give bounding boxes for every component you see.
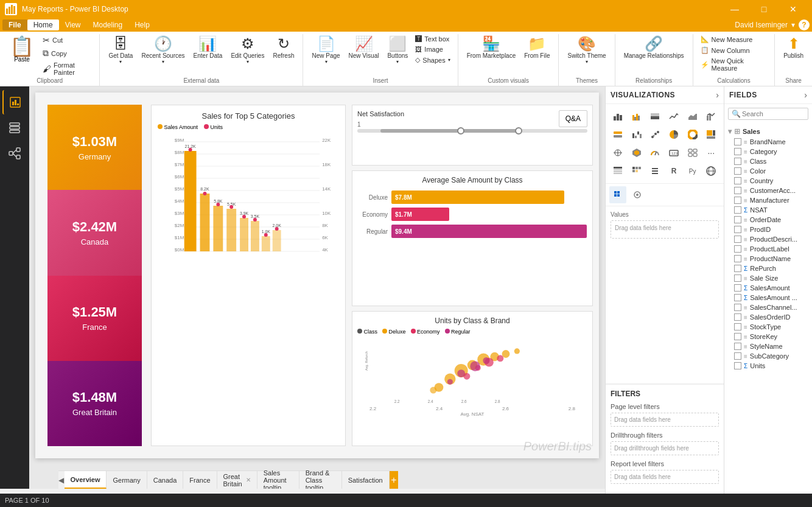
shapes-button[interactable]: ◇ Shapes ▾ — [413, 55, 452, 65]
copy-button[interactable]: ⧉ Copy — [40, 47, 94, 60]
field-item-category[interactable]: ≡Category — [724, 147, 812, 156]
field-item-stylename[interactable]: ≡StyleName — [724, 341, 812, 351]
switch-theme-button[interactable]: 🎨 Switch Theme ▾ — [564, 34, 609, 67]
field-checkbox[interactable] — [734, 245, 741, 253]
viz-ribbon[interactable] — [609, 126, 626, 143]
field-item-productlabel[interactable]: ≡ProductLabel — [724, 244, 812, 254]
help-icon[interactable]: ? — [799, 19, 810, 30]
field-checkbox[interactable] — [734, 362, 741, 369]
user-expand-icon[interactable]: ▾ — [791, 21, 795, 29]
add-tab-button[interactable]: + — [390, 471, 398, 489]
field-item-brandname[interactable]: ≡BrandName — [724, 137, 812, 147]
sidebar-data-icon[interactable] — [2, 116, 27, 140]
viz-card[interactable]: 123 — [665, 144, 682, 161]
field-checkbox[interactable] — [734, 226, 741, 233]
regular-bar[interactable]: $9.4M — [391, 225, 587, 238]
viz-globe[interactable] — [702, 163, 719, 180]
menu-file[interactable]: File — [2, 19, 27, 30]
from-marketplace-button[interactable]: 🏪 From Marketplace — [463, 34, 520, 61]
paste-button[interactable]: 📋 Paste — [5, 34, 39, 65]
viz-fields-tab[interactable] — [609, 186, 626, 203]
field-item-orderdate[interactable]: ≡OrderDate — [724, 215, 812, 225]
tab-satisfaction[interactable]: Satisfaction — [342, 471, 390, 489]
tab-canada[interactable]: Canada — [147, 471, 184, 489]
field-checkbox[interactable] — [734, 352, 741, 360]
field-item-salesorderid[interactable]: ≡SalesOrderID — [724, 312, 812, 322]
sidebar-report-icon[interactable] — [2, 90, 27, 114]
refresh-button[interactable]: ↻ Refresh — [269, 34, 298, 61]
manage-relationships-button[interactable]: 🔗 Manage Relationships — [620, 34, 688, 61]
field-item-class[interactable]: ≡Class — [724, 156, 812, 166]
field-item-salesamount[interactable]: ΣSalesAmount — [724, 283, 812, 293]
germany-card[interactable]: $1.03M Germany — [47, 105, 142, 190]
viz-donut[interactable] — [684, 126, 701, 143]
britain-card[interactable]: $1.48M Great Britain — [47, 361, 142, 446]
tab-overview[interactable]: Overview — [65, 471, 107, 489]
viz-map[interactable] — [609, 144, 626, 161]
tab-sales-amount-tooltip[interactable]: Sales Amount tooltip — [257, 471, 299, 489]
field-item-color[interactable]: ≡Color — [724, 166, 812, 176]
deluxe-bar[interactable]: $7.8M — [391, 191, 564, 204]
tab-germany[interactable]: Germany — [107, 471, 147, 489]
field-checkbox[interactable] — [734, 274, 741, 282]
field-checkbox[interactable] — [734, 284, 741, 292]
maximize-button[interactable]: □ — [750, 0, 778, 18]
field-checkbox[interactable] — [734, 304, 741, 311]
close-button[interactable]: ✕ — [779, 0, 807, 18]
viz-clustered-bar[interactable] — [628, 108, 645, 125]
values-drop-area[interactable]: Drag data fields here — [611, 220, 719, 239]
cut-button[interactable]: ✂ Cut — [40, 34, 94, 46]
sidebar-model-icon[interactable] — [2, 141, 27, 166]
viz-stacked-bar[interactable] — [609, 108, 626, 125]
viz-pie[interactable] — [665, 126, 682, 143]
new-page-button[interactable]: 📄 New Page ▾ — [308, 34, 343, 67]
field-checkbox[interactable] — [734, 236, 741, 243]
viz-area[interactable] — [684, 108, 701, 125]
field-checkbox[interactable] — [734, 206, 741, 214]
new-quick-measure-button[interactable]: ⚡ New Quick Measure — [698, 56, 770, 73]
field-item-salesamount----[interactable]: ΣSalesAmount ... — [724, 293, 812, 302]
field-item-subcategory[interactable]: ≡SubCategory — [724, 351, 812, 361]
tab-france[interactable]: France — [183, 471, 217, 489]
minimize-button[interactable]: — — [721, 0, 749, 18]
viz-waterfall[interactable] — [628, 126, 645, 143]
field-checkbox[interactable] — [734, 255, 741, 262]
publish-button[interactable]: ⬆ Publish — [780, 34, 807, 61]
tab-brand-class-tooltip[interactable]: Brand & Class tooltip — [299, 471, 342, 489]
viz-expand-button[interactable]: › — [716, 90, 719, 100]
menu-help[interactable]: Help — [128, 19, 156, 30]
field-checkbox[interactable] — [734, 177, 741, 184]
viz-r-visual[interactable]: R — [665, 163, 682, 180]
bar-chart-svg[interactable]: $9M $8M $7M $6M $5M $4M $3M $2M $1M $0M … — [158, 133, 339, 254]
field-item-nsat[interactable]: ΣNSAT — [724, 205, 812, 215]
viz-treemap[interactable] — [702, 126, 719, 143]
viz-gauge[interactable] — [646, 144, 663, 161]
field-item-manufacturer[interactable]: ≡Manufacturer — [724, 195, 812, 205]
sales-group-header[interactable]: ▾ ⊞ Sales — [724, 126, 812, 137]
new-column-button[interactable]: 📋 New Column — [698, 45, 770, 55]
field-checkbox[interactable] — [734, 158, 741, 165]
satisfaction-slider[interactable] — [357, 129, 587, 133]
page-level-drop[interactable]: Drag data fields here — [611, 413, 719, 427]
recent-sources-button[interactable]: 🕐 Recent Sources ▾ — [138, 34, 188, 67]
get-data-button[interactable]: 🗄 Get Data ▾ — [105, 34, 136, 67]
menu-view[interactable]: View — [59, 19, 87, 30]
field-item-storekey[interactable]: ≡StoreKey — [724, 332, 812, 341]
image-button[interactable]: 🖼 Image — [413, 44, 452, 54]
field-checkbox[interactable] — [734, 138, 741, 145]
format-painter-button[interactable]: 🖌 Format Painter — [40, 60, 94, 77]
field-item-customeracc---[interactable]: ≡CustomerAcc... — [724, 186, 812, 195]
viz-format-tab[interactable] — [629, 186, 646, 203]
viz-more[interactable]: ··· — [702, 144, 719, 161]
viz-matrix[interactable] — [628, 163, 645, 180]
field-checkbox[interactable] — [734, 216, 741, 223]
tab-great-britain[interactable]: Great Britain ✕ — [217, 471, 257, 489]
text-box-button[interactable]: 🆃 Text box — [413, 34, 452, 44]
viz-multi-card[interactable] — [684, 144, 701, 161]
viz-line[interactable] — [665, 108, 682, 125]
viz-slicer[interactable] — [646, 163, 663, 180]
field-checkbox[interactable] — [734, 265, 741, 272]
field-checkbox[interactable] — [734, 343, 741, 350]
field-item-repurch[interactable]: ΣRePurch — [724, 264, 812, 273]
field-checkbox[interactable] — [734, 294, 741, 301]
